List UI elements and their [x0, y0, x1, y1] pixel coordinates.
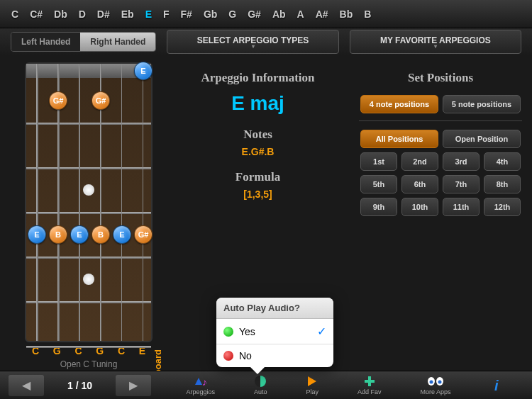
my-favorite-arpeggios-dropdown[interactable]: MY FAVORITE ARPEGGIOS	[350, 30, 521, 54]
svg-point-7	[438, 381, 441, 384]
select-arpeggio-types-dropdown[interactable]: SELECT ARPEGGIO TYPES	[167, 30, 338, 54]
position-1st[interactable]: 1st	[360, 152, 397, 171]
position-all-positions[interactable]: All Positions	[360, 130, 438, 148]
auto-button[interactable]: Auto	[254, 375, 267, 395]
key-C[interactable]: C	[6, 6, 24, 23]
key-D[interactable]: D	[73, 6, 92, 23]
position-4th[interactable]: 4th	[484, 152, 521, 171]
divider	[359, 120, 522, 121]
arpeggios-label: Arpeggios	[186, 388, 215, 395]
notes-value: E.G#.B	[167, 146, 349, 157]
key-F[interactable]: F	[157, 6, 175, 23]
check-icon: ✓	[317, 325, 326, 338]
string	[79, 64, 80, 341]
add-fav-button[interactable]: Add Fav	[358, 375, 382, 395]
position-7th[interactable]: 7th	[443, 175, 480, 193]
svg-text:i: i	[494, 378, 499, 393]
fret-wire	[26, 301, 151, 303]
key-Dsharp[interactable]: D#	[92, 6, 116, 23]
position-5-note-positions[interactable]: 5 note positions	[443, 95, 521, 113]
auto-label: Auto	[254, 388, 267, 395]
popover-option-no[interactable]: No	[216, 344, 333, 367]
key-Bb[interactable]: Bb	[334, 6, 359, 23]
positions-panel: Set Positions 4 note positions5 note pos…	[356, 62, 525, 364]
fret-wire	[26, 346, 151, 348]
position-2nd[interactable]: 2nd	[401, 152, 438, 171]
key-G[interactable]: G	[223, 6, 242, 23]
notes-heading: Notes	[167, 128, 349, 142]
positions-title: Set Positions	[356, 71, 525, 85]
fret-note[interactable]: E	[113, 225, 131, 244]
fret-inlay	[83, 274, 94, 285]
right-handed-button[interactable]: Right Handed	[80, 33, 155, 51]
fret-wire	[26, 212, 151, 214]
popover-title: Auto Play Audio?	[216, 298, 333, 319]
position-12th[interactable]: 12th	[484, 198, 521, 216]
key-Ab[interactable]: Ab	[267, 6, 292, 23]
fret-note[interactable]: G#	[134, 225, 153, 244]
bottom-toolbar: ◀ 1 / 10 ▶ ♪ Arpeggios Auto Play Add Fav…	[0, 371, 532, 399]
key-Csharp[interactable]: C#	[24, 6, 48, 23]
svg-point-5	[429, 381, 433, 384]
key-B[interactable]: B	[358, 6, 377, 23]
position-8th[interactable]: 8th	[484, 175, 521, 193]
key-Fsharp[interactable]: F#	[175, 6, 198, 23]
eyes-icon	[426, 375, 445, 388]
svg-text:♪: ♪	[202, 376, 207, 388]
tuning-label: Open C Tuning	[25, 359, 153, 369]
fret-note[interactable]: B	[92, 225, 110, 244]
key-Gsharp[interactable]: G#	[242, 6, 267, 23]
fret-note[interactable]: G#	[92, 91, 110, 110]
fret-wire	[26, 257, 151, 259]
string	[143, 64, 143, 341]
play-label: Play	[306, 388, 318, 395]
position-3rd[interactable]: 3rd	[443, 152, 480, 171]
fret-wire	[26, 167, 151, 169]
play-button[interactable]: Play	[306, 375, 318, 395]
key-A[interactable]: A	[292, 6, 310, 23]
key-Asharp[interactable]: A#	[310, 6, 334, 23]
fret-note[interactable]: B	[49, 225, 67, 244]
position-11th[interactable]: 11th	[443, 198, 480, 216]
fret-inlay	[83, 184, 94, 196]
key-Gb[interactable]: Gb	[198, 6, 223, 23]
formula-value: [1,3,5]	[167, 189, 349, 200]
position-5th[interactable]: 5th	[360, 175, 397, 193]
popover-no-label: No	[239, 350, 326, 361]
toolbar-buttons: ♪ Arpeggios Auto Play Add Fav More Apps …	[160, 375, 532, 395]
play-icon	[306, 375, 318, 388]
options-bar: Left Handed Right Handed SELECT ARPEGGIO…	[0, 28, 532, 55]
fret-note[interactable]: E	[134, 62, 153, 80]
next-page-button[interactable]: ▶	[116, 375, 151, 396]
key-E[interactable]: E	[140, 6, 157, 23]
popover-yes-label: Yes	[239, 326, 317, 337]
position-open-position[interactable]: Open Position	[443, 130, 521, 148]
more-apps-button[interactable]: More Apps	[420, 375, 450, 395]
position-4-note-positions[interactable]: 4 note positions	[360, 95, 438, 113]
position-6th[interactable]: 6th	[401, 175, 438, 193]
left-handed-button[interactable]: Left Handed	[11, 33, 80, 51]
fretboard[interactable]: EG#G#EBEBEG#	[25, 62, 153, 342]
formula-heading: Formula	[167, 170, 349, 184]
fretboard-area: EG#G#EBEBEG# iFretboard CGCGCE Open C Tu…	[7, 62, 160, 364]
prev-page-button[interactable]: ◀	[9, 375, 44, 396]
svg-rect-3	[365, 380, 375, 383]
position-9th[interactable]: 9th	[360, 198, 397, 216]
auto-icon	[254, 375, 267, 388]
fret-wire	[26, 123, 151, 125]
key-Db[interactable]: Db	[48, 6, 73, 23]
info-icon: i	[489, 379, 505, 392]
fret-note[interactable]: E	[70, 225, 89, 244]
info-button[interactable]: i	[489, 379, 505, 392]
fret-note[interactable]: E	[28, 225, 46, 244]
position-10th[interactable]: 10th	[401, 198, 438, 216]
more-apps-label: More Apps	[420, 388, 450, 395]
arpeggios-button[interactable]: ♪ Arpeggios	[186, 375, 215, 395]
page-indicator: 1 / 10	[46, 380, 113, 391]
plus-icon	[363, 375, 376, 388]
fret-note[interactable]: G#	[49, 91, 67, 110]
key-Eb[interactable]: Eb	[116, 6, 140, 23]
info-key: E maj	[167, 92, 349, 115]
handedness-segment: Left Handed Right Handed	[11, 32, 156, 52]
popover-option-yes[interactable]: Yes ✓	[216, 319, 333, 344]
